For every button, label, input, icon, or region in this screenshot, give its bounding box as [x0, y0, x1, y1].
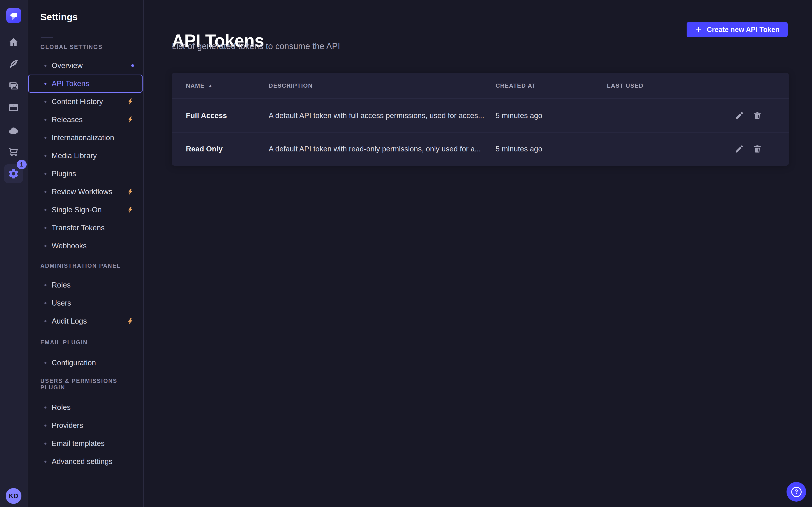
home-icon[interactable] — [0, 31, 27, 53]
lightning-icon — [127, 98, 134, 105]
cart-icon[interactable] — [0, 141, 27, 163]
sidebar-item-label: Overview — [52, 61, 83, 70]
table-row[interactable]: Read Only A default API token with read-… — [172, 132, 789, 165]
token-name: Read Only — [186, 145, 269, 153]
create-api-token-button[interactable]: Create new API Token — [687, 22, 788, 37]
sidebar-item-label: Single Sign-On — [52, 206, 102, 214]
sidebar-item-label: Webhooks — [52, 241, 87, 250]
sidebar-item-webhooks[interactable]: Webhooks — [28, 237, 143, 255]
sidebar-item-content-history[interactable]: Content History — [28, 93, 143, 111]
main-nav-rail: 1 KD — [0, 0, 28, 507]
subnav-title: Settings — [40, 12, 78, 22]
help-button[interactable]: ? — [786, 482, 806, 502]
bullet-icon — [44, 209, 46, 211]
sidebar-item-label: Review Workflows — [52, 187, 112, 196]
media-library-icon[interactable] — [0, 75, 27, 97]
sidebar-item-label: Roles — [52, 403, 70, 412]
sidebar-item-plugins[interactable]: Plugins — [28, 165, 143, 183]
sidebar-item-label: Content History — [52, 97, 103, 106]
sidebar-item-advanced-settings[interactable]: Advanced settings — [28, 452, 143, 470]
delete-token-button[interactable] — [753, 110, 762, 121]
lightning-icon — [127, 188, 134, 195]
sidebar-item-roles-admin[interactable]: Roles — [28, 276, 143, 294]
token-description: A default API token with full access per… — [269, 111, 496, 120]
lightning-icon — [127, 116, 134, 123]
bullet-icon — [44, 443, 46, 445]
users-permissions-list: Roles Providers Email templates Advanced… — [28, 398, 143, 470]
bullet-icon — [44, 155, 46, 157]
sidebar-item-transfer-tokens[interactable]: Transfer Tokens — [28, 219, 143, 237]
create-api-token-label: Create new API Token — [707, 26, 779, 34]
plus-icon — [695, 26, 702, 34]
column-header-last-used[interactable]: LAST USED — [607, 82, 734, 89]
column-header-created-at[interactable]: CREATED AT — [496, 82, 607, 89]
sidebar-item-label: Releases — [52, 115, 83, 124]
lightning-icon — [127, 206, 134, 213]
sidebar-item-users[interactable]: Users — [28, 294, 143, 312]
sidebar-item-releases[interactable]: Releases — [28, 111, 143, 129]
sidebar-item-email-templates[interactable]: Email templates — [28, 435, 143, 452]
sidebar-item-label: API Tokens — [52, 79, 89, 88]
sidebar-item-review-workflows[interactable]: Review Workflows — [28, 183, 143, 201]
subnav-scroll-area: GLOBAL SETTINGS Overview API Tokens Cont… — [28, 43, 143, 470]
bullet-icon — [44, 137, 46, 139]
bullet-icon — [44, 245, 46, 247]
section-label-administration-panel: ADMINISTRATION PANEL — [40, 263, 143, 269]
sidebar-item-api-tokens[interactable]: API Tokens — [28, 74, 143, 93]
trash-icon — [753, 111, 762, 120]
column-header-description[interactable]: DESCRIPTION — [269, 82, 496, 89]
cloud-icon[interactable] — [0, 119, 27, 141]
edit-token-button[interactable] — [734, 144, 744, 154]
strapi-logo-icon — [6, 8, 21, 23]
delete-token-button[interactable] — [753, 144, 762, 154]
sidebar-item-label: Configuration — [52, 358, 96, 367]
row-actions — [734, 110, 789, 121]
global-settings-list: Overview API Tokens Content History Rele… — [28, 57, 143, 255]
email-plugin-list: Configuration — [28, 354, 143, 372]
table-row[interactable]: Full Access A default API token with ful… — [172, 99, 789, 132]
section-label-global-settings: GLOBAL SETTINGS — [40, 44, 143, 50]
trash-icon — [753, 144, 762, 154]
main-content: API Tokens List of generated tokens to c… — [144, 0, 812, 507]
sidebar-item-label: Roles — [52, 281, 70, 289]
pencil-icon — [734, 111, 744, 120]
sidebar-item-single-sign-on[interactable]: Single Sign-On — [28, 201, 143, 219]
sidebar-item-configuration[interactable]: Configuration — [28, 354, 143, 372]
token-created-at: 5 minutes ago — [496, 111, 607, 120]
sidebar-item-providers[interactable]: Providers — [28, 416, 143, 435]
sidebar-item-media-library[interactable]: Media Library — [28, 147, 143, 165]
layout-icon[interactable] — [0, 97, 27, 118]
sort-ascending-icon: ▲ — [208, 83, 213, 88]
edit-token-button[interactable] — [734, 110, 744, 121]
bullet-icon — [44, 284, 46, 286]
strapi-logo[interactable] — [6, 8, 21, 23]
sidebar-item-label: Providers — [52, 421, 83, 430]
gear-icon — [8, 168, 19, 179]
sidebar-item-settings-active[interactable]: 1 — [4, 164, 23, 183]
section-label-users-permissions-plugin: USERS & PERMISSIONS PLUGIN — [40, 378, 143, 391]
sidebar-item-label: Media Library — [52, 152, 97, 160]
sidebar-item-audit-logs[interactable]: Audit Logs — [28, 312, 143, 330]
page-subtitle: List of generated tokens to consume the … — [172, 42, 340, 51]
sidebar-item-label: Email templates — [52, 439, 105, 448]
sidebar-item-roles-up[interactable]: Roles — [28, 398, 143, 416]
bullet-icon — [44, 65, 46, 67]
bullet-icon — [44, 320, 46, 322]
feather-icon[interactable] — [0, 53, 27, 75]
token-description: A default API token with read-only permi… — [269, 145, 496, 153]
section-label-email-plugin: EMAIL PLUGIN — [40, 339, 143, 346]
sidebar-item-label: Internationalization — [52, 133, 114, 142]
settings-subnav: Settings GLOBAL SETTINGS Overview API To… — [28, 0, 144, 507]
title-underline — [41, 37, 53, 38]
notification-dot-icon — [131, 64, 134, 67]
sidebar-item-internationalization[interactable]: Internationalization — [28, 129, 143, 147]
sidebar-item-overview[interactable]: Overview — [28, 57, 143, 74]
token-name: Full Access — [186, 111, 269, 120]
bullet-icon — [44, 191, 46, 193]
sidebar-item-label: Advanced settings — [52, 457, 112, 466]
user-avatar[interactable]: KD — [6, 488, 21, 504]
bullet-icon — [44, 227, 46, 229]
column-header-name[interactable]: NAME ▲ — [186, 82, 269, 89]
bullet-icon — [44, 362, 46, 364]
help-icon: ? — [791, 487, 802, 497]
